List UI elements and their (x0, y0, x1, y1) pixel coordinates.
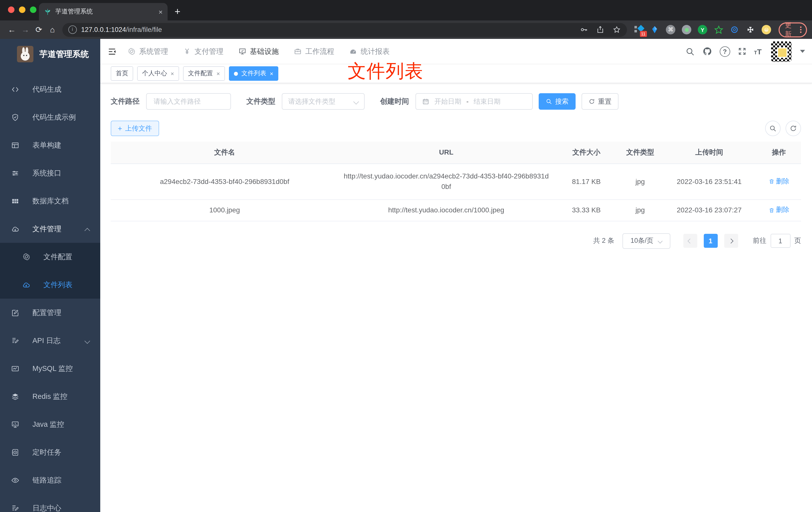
topnav-label: 支付管理 (195, 47, 224, 56)
extension-kite-icon[interactable] (650, 25, 660, 35)
goto-label: 前往 (753, 237, 766, 245)
user-avatar-qr[interactable] (771, 41, 791, 62)
browser-update-button[interactable]: 更新 (778, 22, 807, 37)
delete-link[interactable]: 删除 (768, 177, 789, 187)
sidebar-item-file-config[interactable]: 文件配置 (0, 243, 100, 271)
new-tab-button[interactable]: + (175, 6, 180, 18)
cloud-upload-icon (22, 280, 30, 289)
extension-ring-icon[interactable] (729, 25, 740, 35)
page-size-select[interactable]: 10条/页 (622, 233, 670, 249)
plus-icon: + (118, 125, 122, 132)
browser-menu-icon[interactable] (800, 26, 802, 33)
toggle-search-icon-button[interactable] (765, 121, 781, 136)
file-type-select[interactable]: 请选择文件类型 (282, 93, 365, 110)
header-search-icon[interactable] (685, 47, 695, 56)
bookmark-star-icon[interactable] (612, 25, 621, 34)
extensions-puzzle-icon[interactable] (746, 25, 755, 35)
next-page-button[interactable] (724, 234, 738, 248)
cell-filename: 1000.jpeg (111, 200, 339, 220)
sidebar-logo[interactable]: 芋道管理系统 (0, 39, 100, 69)
url-text[interactable]: 127.0.0.1:1024/infra/file/file (81, 26, 571, 33)
reset-button[interactable]: 重置 (582, 93, 618, 110)
delete-link[interactable]: 删除 (768, 205, 789, 216)
extension-command-icon[interactable]: ⌘ (666, 25, 675, 35)
date-range-picker[interactable]: 开始日期 - 结束日期 (415, 93, 533, 110)
tag-file-list[interactable]: 文件列表× (229, 66, 278, 81)
sidebar-item-file-list[interactable]: 文件列表 (0, 271, 100, 299)
yen-icon (183, 48, 191, 55)
github-icon[interactable] (702, 47, 712, 56)
topnav-item-infrastructure[interactable]: 基础设施 (238, 47, 279, 56)
fullscreen-icon[interactable] (737, 47, 746, 56)
avatar-caret-down-icon[interactable] (800, 50, 805, 53)
total-count: 共 2 条 (593, 237, 614, 245)
tag-home[interactable]: 首页 (111, 66, 133, 81)
file-type-label: 文件类型 (246, 97, 275, 106)
close-tag-icon[interactable]: × (171, 70, 174, 77)
refresh-icon-button[interactable] (786, 121, 801, 136)
address-bar[interactable]: i 127.0.0.1:1024/infra/file/file (62, 23, 627, 37)
upload-button-label: 上传文件 (125, 124, 152, 133)
table-row: 1000.jpeg http://test.yudao.iocoder.cn/1… (111, 200, 801, 221)
prev-page-button[interactable] (683, 234, 697, 248)
window-zoom-button[interactable] (30, 6, 36, 13)
font-size-icon[interactable]: TT (754, 47, 762, 56)
browser-tab[interactable]: 芋道管理系统 × (39, 3, 168, 21)
sidebar-item-java-monitor[interactable]: Java 监控 (0, 410, 100, 438)
tag-label: 个人中心 (142, 69, 167, 78)
goto-page-input[interactable] (770, 234, 790, 248)
cell-type: jpg (619, 164, 662, 200)
sidebar-item-api-log[interactable]: API 日志 (0, 327, 100, 355)
close-tag-icon[interactable]: × (270, 70, 273, 77)
profile-avatar[interactable]: 😀 (761, 25, 771, 35)
sidebar-item-file-management[interactable]: 文件管理 (0, 215, 100, 243)
sidebar-item-mysql-monitor[interactable]: MySQL 监控 (0, 355, 100, 382)
search-button[interactable]: 搜索 (539, 93, 576, 110)
reload-icon[interactable]: ⟳ (32, 25, 46, 34)
window-minimize-button[interactable] (19, 6, 25, 13)
date-start-placeholder[interactable]: 开始日期 (434, 97, 461, 106)
sidebar-item-label: 链路追踪 (32, 475, 61, 485)
sidebar-item-label: 代码生成 (32, 85, 61, 94)
cell-time: 2022-03-16 23:07:27 (662, 200, 757, 220)
topnav-item-system[interactable]: 系统管理 (128, 47, 168, 56)
extension-y-icon[interactable]: Y (698, 25, 707, 35)
topnav-item-statistics[interactable]: 统计报表 (349, 47, 389, 56)
sidebar-item-config-management[interactable]: 配置管理 (0, 299, 100, 327)
close-tag-icon[interactable]: × (216, 70, 220, 77)
chevron-down-icon (658, 239, 663, 244)
share-icon[interactable] (596, 25, 604, 34)
file-path-input[interactable] (153, 97, 225, 106)
upload-file-button[interactable]: + 上传文件 (111, 121, 159, 136)
sidebar-item-system-api[interactable]: 系统接口 (0, 159, 100, 187)
sidebar-item-form-builder[interactable]: 表单构建 (0, 131, 100, 159)
extension-badge-icon[interactable]: 11 (634, 25, 644, 35)
sidebar-item-redis-monitor[interactable]: Redis 监控 (0, 382, 100, 410)
home-icon[interactable]: ⌂ (46, 25, 59, 34)
chevron-up-icon (85, 225, 89, 233)
window-close-button[interactable] (8, 6, 14, 13)
sidebar-item-log-center[interactable]: 日志中心 (0, 494, 100, 512)
topnav-item-payment[interactable]: 支付管理 (183, 47, 224, 56)
sidebar-item-tracing[interactable]: 链路追踪 (0, 466, 100, 494)
close-tab-icon[interactable]: × (158, 8, 163, 15)
sidebar-item-code-gen[interactable]: 代码生成 (0, 75, 100, 103)
topnav-item-workflow[interactable]: 工作流程 (294, 47, 334, 56)
sidebar-fold-icon[interactable] (107, 47, 117, 56)
tag-file-config[interactable]: 文件配置× (183, 66, 225, 81)
password-key-icon[interactable] (579, 25, 588, 34)
tag-profile[interactable]: 个人中心× (137, 66, 179, 81)
url-host: 127.0.0.1:1024 (81, 26, 126, 33)
help-icon[interactable]: ? (720, 46, 730, 57)
sidebar-item-code-demo[interactable]: 代码生成示例 (0, 103, 100, 131)
date-separator: - (466, 98, 469, 105)
sidebar-item-db-doc[interactable]: 数据库文档 (0, 187, 100, 215)
sidebar-item-scheduled-tasks[interactable]: 定时任务 (0, 438, 100, 466)
current-page-button[interactable]: 1 (703, 234, 718, 248)
back-icon[interactable]: ← (5, 25, 19, 34)
forward-icon[interactable]: → (19, 25, 32, 34)
date-end-placeholder[interactable]: 结束日期 (473, 97, 500, 106)
extension-star-icon[interactable] (714, 25, 723, 35)
site-info-icon[interactable]: i (68, 25, 77, 34)
extension-dot-icon[interactable] (682, 25, 692, 35)
